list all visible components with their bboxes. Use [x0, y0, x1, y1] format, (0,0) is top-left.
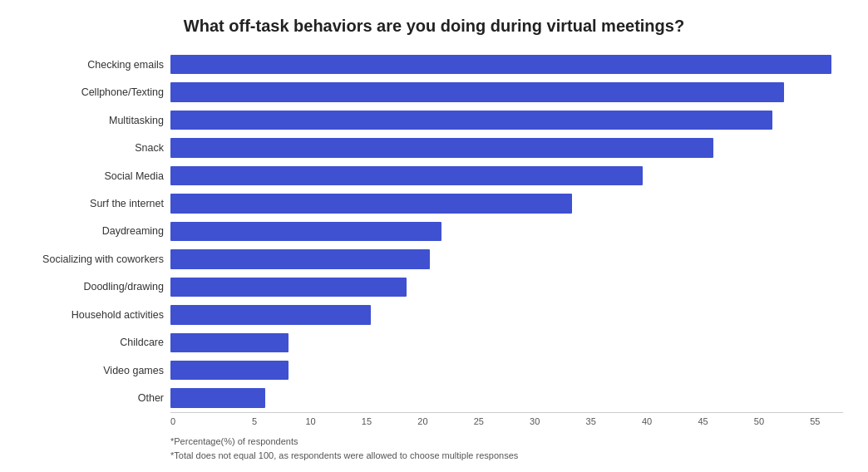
- bar-fill: [170, 249, 430, 268]
- bar-row: Daydreaming: [25, 218, 843, 245]
- bar-row: Surf the internet: [25, 189, 843, 217]
- bar-label: Cellphone/Texting: [25, 86, 170, 98]
- bar-track: [170, 138, 843, 157]
- bar-fill: [170, 111, 772, 130]
- x-tick: 10: [283, 416, 338, 426]
- bar-row: Socializing with coworkers: [25, 245, 843, 273]
- x-tick: 30: [507, 416, 563, 426]
- bar-label: Checking emails: [25, 59, 170, 71]
- bar-track: [170, 278, 843, 297]
- x-tick: 45: [675, 416, 731, 426]
- bar-track: [170, 222, 843, 241]
- bar-row: Snack: [25, 134, 843, 161]
- bar-label: Other: [25, 392, 170, 404]
- bar-row: Cellphone/Texting: [25, 78, 843, 106]
- bars-container: Checking emailsCellphone/TextingMultitas…: [25, 51, 843, 412]
- bar-track: [170, 388, 843, 407]
- x-tick: 35: [563, 416, 619, 426]
- bar-fill: [170, 55, 831, 74]
- x-tick: 55: [787, 416, 843, 426]
- footnotes: *Percentage(%) of respondents*Total does…: [170, 435, 518, 464]
- x-tick: 0: [170, 416, 226, 426]
- x-tick: 15: [338, 416, 394, 426]
- bar-row: Other: [25, 384, 843, 411]
- bar-track: [170, 55, 843, 74]
- bar-fill: [170, 222, 441, 241]
- bar-row: Social Media: [25, 162, 843, 189]
- x-tick: 5: [226, 416, 282, 426]
- x-tick: 40: [619, 416, 674, 426]
- chart-title: What off-task behaviors are you doing du…: [184, 17, 684, 36]
- bar-fill: [170, 82, 784, 101]
- bar-row: Checking emails: [25, 51, 843, 78]
- bar-row: Household activities: [25, 301, 843, 328]
- bar-label: Social Media: [25, 170, 170, 182]
- bar-row: Doodling/drawing: [25, 273, 843, 301]
- x-tick: 25: [451, 416, 506, 426]
- bar-track: [170, 111, 843, 130]
- bar-row: Multitasking: [25, 106, 843, 134]
- bar-label: Childcare: [25, 337, 170, 348]
- bar-label: Socializing with coworkers: [25, 253, 170, 265]
- x-tick: 50: [731, 416, 787, 426]
- bar-fill: [170, 138, 713, 157]
- bar-track: [170, 82, 843, 101]
- bar-fill: [170, 194, 572, 213]
- bar-label: Snack: [25, 142, 170, 154]
- x-tick: 20: [395, 416, 451, 426]
- bar-fill: [170, 388, 265, 407]
- bar-fill: [170, 166, 643, 185]
- bar-label: Household activities: [25, 309, 170, 321]
- bar-track: [170, 166, 843, 185]
- bar-fill: [170, 333, 289, 352]
- bar-fill: [170, 305, 371, 324]
- bar-track: [170, 305, 843, 324]
- bar-track: [170, 333, 843, 352]
- bar-label: Video games: [25, 365, 170, 376]
- bar-fill: [170, 361, 289, 380]
- footnote-line: *Percentage(%) of respondents: [170, 435, 518, 450]
- bar-row: Video games: [25, 356, 843, 384]
- bar-label: Doodling/drawing: [25, 281, 170, 293]
- bar-label: Daydreaming: [25, 225, 170, 237]
- bar-label: Multitasking: [25, 115, 170, 126]
- bar-fill: [170, 278, 407, 297]
- bar-track: [170, 361, 843, 380]
- x-axis: 0510152025303540455055: [170, 412, 843, 426]
- bar-row: Childcare: [25, 329, 843, 356]
- bar-label: Surf the internet: [25, 198, 170, 209]
- footnote-line: *Total does not equal 100, as respondent…: [170, 449, 518, 464]
- bar-track: [170, 194, 843, 213]
- chart-area: Checking emailsCellphone/TextingMultitas…: [25, 51, 843, 464]
- bar-track: [170, 249, 843, 268]
